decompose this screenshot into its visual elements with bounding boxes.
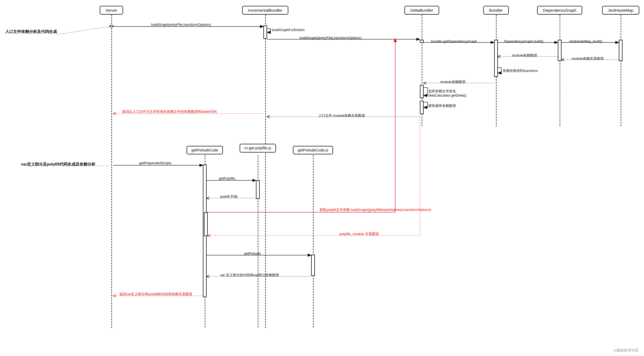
participant-server: Server (100, 6, 123, 15)
msg-return-var-def: 返回var定义部分和polyfill的代码和依赖关系图谱 (119, 292, 192, 297)
msg-return-entry-dep: 返回以入口文件为主所有相关依赖文件的依赖图谱和babel代码 (122, 109, 217, 114)
participant-dependency-graph: DependencyGraph (537, 6, 582, 15)
msg-var-def-code: var 定义部分的代码和var部分依赖图谱 (220, 273, 279, 277)
participant-delta-bundler: DeltaBundler (404, 6, 439, 15)
activation-db-2 (420, 85, 424, 98)
msg-module-dep-rel-graph: module依赖关系图谱 (572, 56, 604, 61)
activation-bundler-1 (494, 40, 498, 77)
activation-db-1 (420, 40, 424, 43)
lifeline-dependency-graph (560, 15, 560, 126)
arrows-layer (0, 0, 644, 356)
activation-dg-1 (558, 40, 562, 61)
msg-dep-transform: 依赖转换得到transform (503, 68, 538, 73)
msg-module-dep-graph-2: module依赖图谱 (440, 80, 465, 84)
activation-db-3 (420, 101, 424, 114)
participant-jest-haste-map: JestHasteMap (602, 6, 639, 15)
svg-line-0 (57, 27, 110, 34)
msg-get-polyfills: getPolyfills (219, 176, 235, 180)
msg-final-dep-graph: 获取最终依赖图谱 (428, 103, 456, 108)
participant-rn-get-polyfills: rn-get-polyfills.js (240, 144, 276, 153)
section-label-1: 入口文件依赖分析及代码生成 (5, 29, 57, 34)
activation-ib-1 (263, 25, 267, 39)
activation-gpc-2 (204, 212, 208, 236)
msg-jest-haste-build: JestHasteMap_build() (569, 39, 602, 43)
activation-rgp-1 (256, 180, 260, 199)
participant-get-prelude-code: getPreludeCode (186, 146, 223, 154)
activation-jhm-1 (619, 40, 623, 61)
participant-get-prelude-code-js: getPreludeCode.js (293, 146, 333, 154)
msg-build-graph-entries: buildGraphForEntries (272, 28, 305, 32)
msg-get-prelude: getPrelude (244, 251, 261, 255)
msg-module-dep-graph-1: module依赖图谱 (512, 53, 537, 58)
activation-server-1 (110, 25, 113, 27)
msg-entry-module-dep: 入口文件 module依赖关系图谱 (318, 113, 365, 118)
msg-build-graph-entry-file: buildGraph([entryFile],transformOptions) (300, 36, 362, 40)
participant-incremental-bundler: IncrementalBundler (242, 6, 288, 15)
lifeline-jest-haste-map (621, 15, 621, 126)
msg-polyfills-module: polyfills_module 关系图谱 (340, 232, 379, 236)
activation-gpcjs-1 (311, 255, 315, 276)
msg-dep-graph-build: DependencyGraph.build() (504, 39, 543, 43)
msg-get-dep-graph: bundler.getDependencyGraph (431, 39, 477, 43)
msg-listen-dep-change: 监听依赖文件变化 (428, 89, 456, 94)
msg-dela-calc: delaCalculator.getDelta() (428, 93, 466, 97)
msg-polyfill-list: polyfill 列表 (220, 194, 238, 199)
participant-bundler: Bundler (483, 6, 509, 15)
msg-build-graph: buildGraph(entryFile,transformOptions) (151, 23, 211, 27)
lifeline-server (111, 15, 112, 328)
watermark: ⊙掘金技术社区 (613, 348, 639, 353)
lifeline-get-prelude-code-js (313, 155, 314, 328)
section-label-2: var定义部分及polyfill代码生成及依赖分析 (3, 162, 95, 167)
msg-get-prepended: getPrependedScripts (139, 161, 171, 165)
lifeline-incremental-bundler (265, 15, 266, 328)
msg-get-polyfill-dep: 获取polyfill文件依赖 buildGraph([polyfillModul… (320, 207, 431, 212)
